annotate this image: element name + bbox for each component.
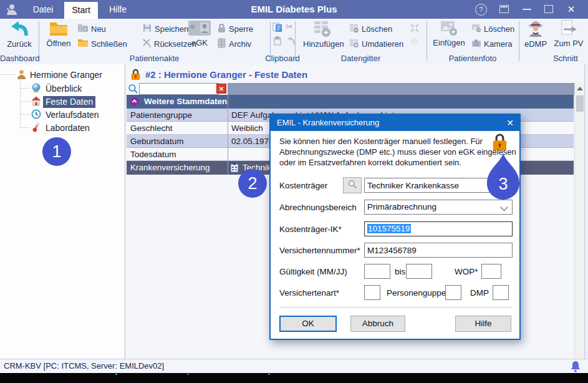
filter-input[interactable] — [139, 83, 219, 95]
column-divider — [228, 95, 228, 175]
edmp-button[interactable]: eDMP — [523, 20, 549, 49]
group-label-dashboard: Dashboard — [0, 54, 39, 63]
camera-icon — [471, 39, 481, 49]
tab-datei[interactable]: Datei — [22, 0, 64, 19]
group-label-schnitt: Schnitt — [546, 54, 585, 63]
bis-label: bis — [395, 267, 405, 276]
tree-item-ueberblick[interactable]: Überblick — [46, 83, 82, 95]
egk-button[interactable]: eGK — [186, 20, 213, 47]
dialog-intro-line: oder im Ersatzverfahren korrekt dokument… — [279, 157, 461, 168]
record-title: #2 : Hermione Granger - Feste Daten — [145, 69, 307, 80]
group-label-patientenfoto: Patientenfoto — [427, 54, 519, 63]
personengruppe-input[interactable] — [445, 285, 461, 300]
hilfe-button[interactable]: Hilfe — [455, 316, 511, 332]
feste-daten-icon — [31, 96, 41, 109]
wop-label: WOP* — [455, 267, 478, 276]
connection-status: CRM-KBV [PC: ITCMS, Server: EMILDev02] — [0, 359, 588, 373]
scroll-up-icon[interactable] — [577, 87, 583, 90]
ok-button[interactable]: OK — [279, 316, 337, 332]
gueltigkeit-von-input[interactable] — [364, 264, 390, 279]
kostentraeger-ik-label: Kostenträger-IK* — [279, 225, 342, 234]
abrechnungsbereich-select[interactable]: Primärabrechnung — [364, 200, 513, 215]
app-logo-icon — [4, 2, 18, 19]
dmp-input[interactable] — [493, 285, 509, 300]
tree-connector — [20, 114, 30, 115]
loeschen-gitter-button[interactable]: Löschen — [349, 22, 392, 35]
statusbar: CRM-KBV [PC: ITCMS, Server: EMILDev02] — [0, 359, 588, 373]
sperre-button[interactable]: Sperre — [217, 22, 253, 35]
loeschen-foto-button[interactable]: Löschen — [471, 22, 514, 35]
tree-item-feste-daten[interactable]: Feste Daten — [43, 96, 95, 108]
help-icon[interactable]: ? — [475, 4, 487, 16]
umdatieren-button[interactable]: Umdatieren — [349, 37, 403, 50]
chevron-up-icon[interactable] — [130, 97, 139, 108]
schliessen-button[interactable]: Schließen — [77, 37, 127, 50]
dialog-titlebar: EMIL - Krankenversicherung — [271, 115, 519, 131]
selected-text: 101575519 — [367, 224, 411, 233]
dialog-separator — [279, 307, 513, 308]
taskbar-speck — [268, 374, 270, 375]
patient-tree-sidebar: Hermione Granger Überblick Feste Daten V… — [0, 64, 125, 359]
tree-item-patient[interactable]: Hermione Granger — [30, 69, 102, 81]
gueltigkeit-bis-input[interactable] — [406, 264, 432, 279]
collapse-grid-icon[interactable] — [410, 24, 419, 35]
einfuegen-button[interactable]: Einfügen — [431, 20, 466, 47]
scrollbar-thumb[interactable] — [576, 95, 584, 112]
versichertennummer-input[interactable] — [364, 243, 513, 258]
close-icon[interactable]: ✕ — [565, 0, 577, 19]
insurance-card-icon — [230, 163, 239, 175]
copy-icon[interactable] — [272, 22, 282, 35]
neu-button[interactable]: Neu — [77, 22, 106, 35]
tab-hilfe[interactable]: Hilfe — [99, 0, 137, 19]
group-separator — [519, 21, 519, 61]
wop-input[interactable] — [481, 264, 501, 279]
undo-icon[interactable] — [286, 36, 296, 49]
step-badge-3: 3 — [487, 153, 519, 200]
step-badge-1: 1 — [42, 137, 71, 166]
group-label-patientenakte: Patientenakte — [39, 54, 270, 63]
tab-start[interactable]: Start — [64, 2, 98, 19]
patient-icon — [16, 69, 27, 82]
maximize-icon[interactable] — [544, 5, 553, 13]
section-header-row[interactable]: Weitere Stammdaten — [127, 95, 574, 109]
versichertenart-input[interactable] — [364, 285, 380, 300]
hinzufuegen-button[interactable]: Hinzufügen — [303, 20, 342, 49]
cut-icon[interactable]: ✂ — [286, 21, 294, 32]
archiv-button[interactable]: Archiv — [217, 37, 251, 50]
kostentraeger-search-button[interactable] — [343, 177, 362, 193]
minimize-icon[interactable] — [523, 9, 531, 10]
back-icon — [10, 30, 29, 39]
edmp-woman-icon — [528, 30, 544, 39]
filter-strip — [228, 83, 588, 95]
health-card-icon — [188, 29, 211, 38]
tree-item-labordaten[interactable]: Labordaten — [46, 122, 90, 134]
personengruppe-label: Personenguppe — [387, 288, 446, 298]
lock-gray-icon — [217, 23, 226, 35]
tree-connector — [20, 88, 30, 89]
kamera-button[interactable]: Kamera — [471, 37, 513, 50]
ueberblick-icon — [31, 83, 41, 95]
ribbon: Zurück Dashboard Öffnen Neu Schließen Sp… — [0, 19, 588, 65]
taskbar-speck — [187, 374, 189, 375]
zum-pv-button[interactable]: Zum PV — [552, 20, 585, 48]
new-folder-icon — [77, 23, 89, 34]
clear-filter-icon[interactable]: ✕ — [216, 84, 226, 94]
photo-delete-icon — [471, 24, 481, 34]
versichertenart-label: Versichertenart* — [279, 288, 339, 298]
vertical-scrollbar[interactable] — [574, 83, 585, 383]
abbruch-button[interactable]: Abbruch — [350, 316, 405, 332]
paste-icon[interactable] — [272, 36, 282, 49]
open-folder-icon — [49, 29, 69, 39]
oeffnen-button[interactable]: Öffnen — [41, 20, 76, 48]
kostentraeger-ik-input[interactable]: 101575519 — [364, 221, 513, 236]
archive-cabinet-icon — [217, 38, 226, 50]
dialog-close-icon[interactable]: ✕ — [503, 115, 518, 131]
photo-add-icon — [440, 29, 458, 38]
zurueck-button[interactable]: Zurück — [1, 20, 37, 49]
speichern-button[interactable]: Speichern — [142, 22, 191, 35]
labordaten-icon — [31, 122, 41, 135]
favorite-star-icon[interactable]: ☆ — [410, 36, 418, 46]
tree-item-verlaufsdaten[interactable]: Verlaufsdaten — [46, 109, 99, 121]
tree-connector — [1, 74, 15, 75]
ribbon-collapse-icon[interactable] — [499, 5, 509, 13]
